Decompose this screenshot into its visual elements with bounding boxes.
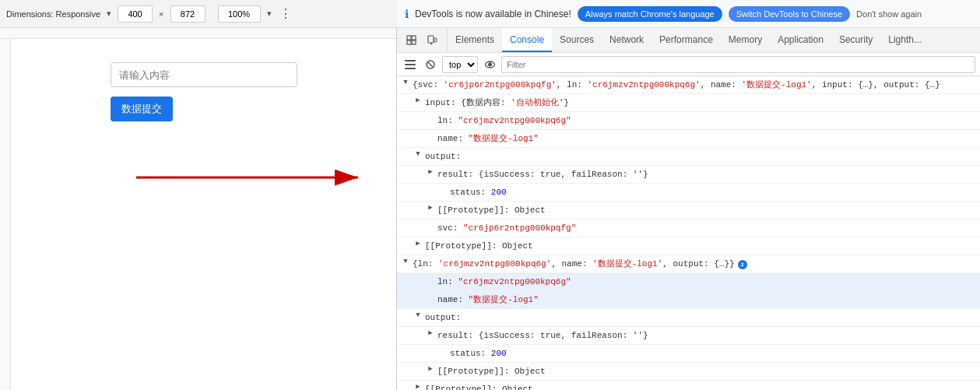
height-input[interactable]: [170, 5, 205, 23]
width-input[interactable]: [118, 5, 153, 23]
console-line-2: input: {数据内容: '自动初始化'}: [397, 94, 980, 112]
console-line-3: ln: "cr6jmzv2ntpg000kpq6g": [397, 112, 980, 130]
expand-2[interactable]: [414, 97, 422, 104]
notification-text: DevTools is now available in Chinese!: [415, 9, 571, 19]
expand-11[interactable]: [402, 258, 409, 265]
console-line-4: name: "数据提交-log1": [397, 130, 980, 148]
console-line-7: status: 200: [397, 184, 980, 202]
expand-18[interactable]: [414, 383, 422, 390]
panel-resize-handle[interactable]: [393, 28, 396, 390]
console-line-5: output:: [397, 148, 980, 166]
dismiss-button[interactable]: Don't show again: [856, 9, 922, 19]
info-icon: ℹ: [405, 8, 409, 20]
console-line-8: [[Prototype]]: Object: [397, 202, 980, 220]
console-panel: {svc: 'cr6jp6r2ntpg000kpqfg', ln: 'cr6jm…: [397, 76, 980, 390]
expand-14[interactable]: [414, 311, 422, 319]
demo-submit-button[interactable]: 数据提交: [111, 97, 173, 121]
console-line-1: {svc: 'cr6jp6r2ntpg000kpqfg', ln: 'cr6jm…: [397, 76, 980, 94]
zoom-input[interactable]: [218, 5, 261, 23]
notification-bar: ℹ DevTools is now available in Chinese! …: [397, 0, 980, 28]
ruler-horizontal: [0, 28, 396, 39]
console-line-11: {ln: 'cr6jmzv2ntpg000kpq6g', name: '数据提交…: [397, 255, 980, 273]
console-line-12: ln: "cr6jmzv2ntpg000kpq6g": [397, 273, 980, 291]
expand-1[interactable]: [402, 79, 409, 86]
console-line-10: [[Prototype]]: Object: [397, 237, 980, 255]
webpage-content: 数据提交: [0, 39, 396, 390]
expand-5[interactable]: [414, 150, 422, 158]
webpage-main: 数据提交: [11, 39, 396, 390]
expand-10[interactable]: [414, 240, 422, 248]
webpage-panel: 数据提交: [0, 28, 397, 390]
expand-8[interactable]: [427, 204, 434, 212]
ruler-vertical: [0, 39, 11, 390]
top-toolbar: Dimensions: Responsive ▾ × ▾ ⋮ ℹ DevTool…: [0, 0, 980, 28]
expand-17[interactable]: [427, 365, 434, 373]
dim-sep: ▾: [107, 9, 111, 19]
console-line-15: result: {isSuccess: true, failReason: ''…: [397, 327, 980, 345]
zoom-arrow: ▾: [267, 9, 272, 19]
console-line-14: output:: [397, 309, 980, 327]
dimensions-label: Dimensions: Responsive: [6, 9, 100, 19]
console-line-16: status: 200: [397, 345, 980, 363]
console-line-13: name: "数据提交-log1": [397, 291, 980, 309]
console-line-17: [[Prototype]]: Object: [397, 363, 980, 381]
demo-input-field[interactable]: [111, 62, 297, 87]
switch-chinese-button[interactable]: Switch DevTools to Chinese: [729, 6, 850, 22]
demo-form: 数据提交: [111, 62, 297, 121]
console-line-6: result: {isSuccess: true, failReason: ''…: [397, 166, 980, 184]
more-button[interactable]: ⋮: [278, 5, 295, 23]
expand-6[interactable]: [427, 168, 434, 176]
console-line-9: svc: "cr6jp6r2ntpg000kpqfg": [397, 220, 980, 237]
dim-x: ×: [159, 9, 163, 19]
expand-15[interactable]: [427, 329, 434, 337]
console-line-18: [[Prototype]]: Object: [397, 381, 980, 390]
info-badge: i: [738, 260, 747, 269]
match-language-button[interactable]: Always match Chrome's language: [578, 6, 722, 22]
